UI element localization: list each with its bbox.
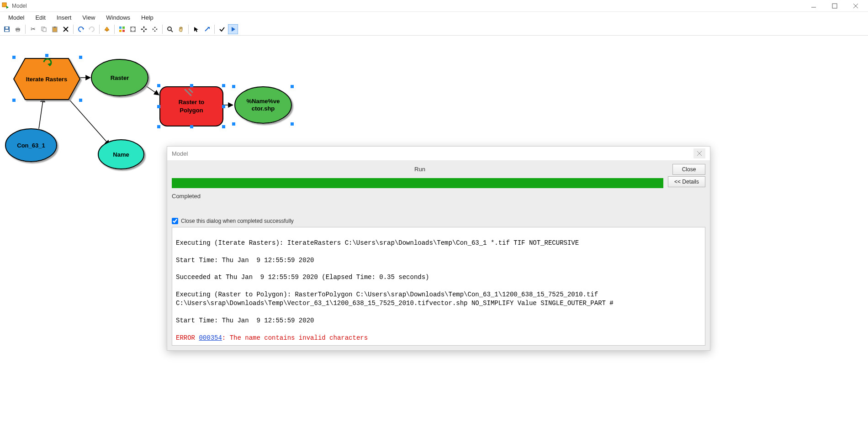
window-controls xyxy=(803,0,866,12)
log-line: Start Time: Thu Jan 9 12:55:59 2020 xyxy=(176,256,701,265)
cut-icon[interactable]: ✂ xyxy=(28,24,38,34)
selection-handle[interactable] xyxy=(45,54,48,57)
svg-marker-41 xyxy=(153,28,154,30)
selection-handle[interactable] xyxy=(79,99,82,102)
auto-layout-icon[interactable] xyxy=(117,24,127,34)
node-output[interactable]: %Name%ve ctor.shp xyxy=(235,87,291,123)
svg-rect-8 xyxy=(5,27,8,29)
menu-insert[interactable]: Insert xyxy=(51,12,77,23)
progress-bar xyxy=(172,178,663,188)
check-icon[interactable] xyxy=(217,24,227,34)
svg-marker-39 xyxy=(154,27,156,28)
selection-handle[interactable] xyxy=(190,125,193,128)
selection-handle[interactable] xyxy=(291,122,294,126)
menubar: Model Edit Insert View Windows Help xyxy=(0,12,868,23)
selection-handle[interactable] xyxy=(157,84,160,87)
run-dialog: Model Run Close << Details Completed Clo… xyxy=(167,146,710,351)
undo-icon[interactable] xyxy=(76,24,86,34)
svg-marker-38 xyxy=(146,28,147,30)
selection-handle[interactable] xyxy=(79,56,82,59)
svg-line-52 xyxy=(39,97,43,129)
selection-handle[interactable] xyxy=(232,85,235,88)
log-line: Succeeded at Thu Jan 9 12:55:59 2020 (El… xyxy=(176,273,701,282)
menu-help[interactable]: Help xyxy=(136,12,159,23)
fixed-zoom-in-icon[interactable] xyxy=(139,24,149,34)
dialog-close-icon[interactable] xyxy=(693,148,705,158)
dialog-titlebar[interactable]: Model xyxy=(167,147,710,160)
selection-handle[interactable] xyxy=(222,125,225,128)
svg-marker-54 xyxy=(14,58,80,100)
minimize-button[interactable] xyxy=(803,0,824,12)
selection-handle[interactable] xyxy=(232,122,235,126)
connect-icon[interactable] xyxy=(202,24,212,34)
menu-model[interactable]: Model xyxy=(3,12,30,23)
run-label: Run xyxy=(172,163,668,175)
toolbar-separator xyxy=(188,25,189,34)
log-error-line: ERROR 000354: The name contains invalid … xyxy=(176,334,701,342)
svg-rect-15 xyxy=(54,26,56,28)
svg-rect-0 xyxy=(2,3,6,7)
zoom-icon[interactable] xyxy=(165,24,175,34)
svg-marker-40 xyxy=(154,30,156,32)
details-button[interactable]: << Details xyxy=(668,176,705,187)
validate-icon[interactable] xyxy=(102,24,112,34)
node-con[interactable]: Con_63_1 xyxy=(5,129,57,162)
svg-rect-24 xyxy=(119,30,122,32)
toolbar-separator xyxy=(99,25,100,34)
selection-handle[interactable] xyxy=(12,99,16,102)
selection-handle[interactable] xyxy=(157,105,160,108)
selection-handle[interactable] xyxy=(190,84,193,87)
svg-line-44 xyxy=(171,30,173,32)
selection-handle[interactable] xyxy=(291,85,294,88)
delete-icon[interactable] xyxy=(61,24,71,34)
menu-edit[interactable]: Edit xyxy=(30,12,51,23)
menu-view[interactable]: View xyxy=(77,12,101,23)
toolbar-separator xyxy=(162,25,163,34)
fixed-zoom-out-icon[interactable] xyxy=(150,24,160,34)
selection-handle[interactable] xyxy=(222,105,225,108)
maximize-button[interactable] xyxy=(824,0,845,12)
log-line: Start Time: Thu Jan 9 12:55:59 2020 xyxy=(176,316,701,325)
pan-icon[interactable] xyxy=(176,24,186,34)
node-raster[interactable]: Raster xyxy=(91,59,148,96)
selection-handle[interactable] xyxy=(12,56,16,59)
redo-icon[interactable] xyxy=(87,24,97,34)
node-iterate-rasters[interactable]: Iterate Rasters xyxy=(14,58,80,100)
copy-icon[interactable] xyxy=(39,24,49,34)
close-on-complete-checkbox[interactable]: Close this dialog when completed success… xyxy=(172,218,705,224)
node-raster-to-polygon[interactable]: Raster to Polygon xyxy=(160,87,223,126)
log-line: Executing (Iterate Rasters): IterateRast… xyxy=(176,239,701,247)
save-icon[interactable] xyxy=(2,24,12,34)
svg-marker-20 xyxy=(105,27,109,30)
menu-windows[interactable]: Windows xyxy=(101,12,136,23)
select-icon[interactable] xyxy=(191,24,201,34)
log-output[interactable]: Executing (Iterate Rasters): IterateRast… xyxy=(172,227,705,346)
toolbar-separator xyxy=(25,25,26,34)
svg-marker-42 xyxy=(156,28,157,30)
svg-marker-35 xyxy=(143,26,145,27)
svg-marker-48 xyxy=(232,27,235,32)
svg-rect-59 xyxy=(160,87,223,126)
run-icon[interactable] xyxy=(228,24,238,34)
selection-handle[interactable] xyxy=(157,125,160,128)
error-code-link[interactable]: 000354 xyxy=(199,334,222,342)
paste-icon[interactable] xyxy=(50,24,60,34)
toolbar-separator xyxy=(73,25,74,34)
status-text: Completed xyxy=(172,193,705,200)
svg-rect-7 xyxy=(5,30,9,32)
close-button[interactable] xyxy=(845,0,866,12)
svg-rect-25 xyxy=(122,30,125,32)
toolbar-separator xyxy=(214,25,215,34)
svg-point-57 xyxy=(91,59,148,96)
print-icon[interactable] xyxy=(13,24,23,34)
svg-line-53 xyxy=(64,94,110,145)
app-icon xyxy=(2,2,9,10)
close-on-complete-input[interactable] xyxy=(172,218,178,224)
svg-rect-23 xyxy=(122,26,125,29)
close-button[interactable]: Close xyxy=(672,164,705,175)
dialog-title: Model xyxy=(172,150,188,157)
node-name[interactable]: Name xyxy=(98,140,144,169)
full-extent-icon[interactable] xyxy=(128,24,138,34)
selection-handle[interactable] xyxy=(222,84,225,87)
svg-marker-36 xyxy=(143,31,145,32)
